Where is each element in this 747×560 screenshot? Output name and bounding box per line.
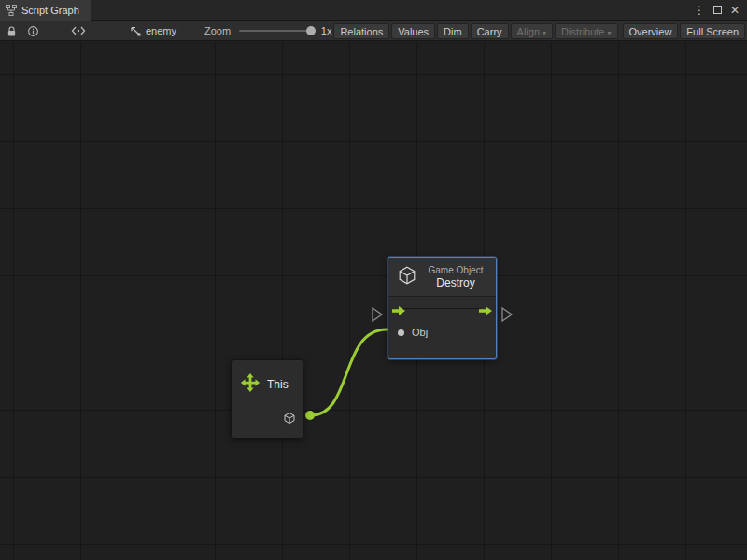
cube-icon-small [283, 412, 296, 428]
align-button: Align▾ [511, 23, 553, 39]
window-titlebar: Script Graph ⋮ ✕ [0, 0, 747, 21]
node-category: Game Object [424, 264, 487, 276]
node-this[interactable]: This [231, 359, 303, 439]
connections-overlay [0, 42, 747, 560]
close-icon[interactable]: ✕ [730, 0, 740, 21]
zoom-slider[interactable] [239, 30, 313, 32]
tab-title: Script Graph [21, 5, 79, 16]
lock-icon[interactable] [6, 25, 18, 37]
wire-this-to-obj [311, 329, 387, 415]
control-out-port-triangle[interactable] [502, 308, 512, 321]
distribute-button: Distribute▾ [555, 23, 617, 39]
node-destroy[interactable]: Game Object Destroy Obj [388, 257, 497, 359]
window-menu-icon[interactable]: ⋮ [694, 0, 705, 21]
script-graph-icon [6, 5, 17, 16]
move-arrows-icon [240, 372, 261, 397]
control-ports-row [388, 297, 496, 321]
node-title: Destroy [424, 276, 487, 290]
dim-button[interactable]: Dim [437, 23, 469, 39]
relations-button[interactable]: Relations [333, 23, 389, 39]
chevron-down-icon: ▾ [543, 29, 546, 37]
fullscreen-button[interactable]: Full Screen [680, 23, 745, 39]
breadcrumb-graph-name[interactable]: enemy [146, 25, 176, 36]
graph-reference-icon [129, 25, 141, 36]
control-in-port-triangle[interactable] [373, 308, 382, 321]
graph-canvas[interactable]: Game Object Destroy Obj [0, 42, 747, 560]
control-output-arrow-icon[interactable] [478, 303, 493, 320]
values-button[interactable]: Values [391, 23, 435, 39]
graph-toolbar: enemy Zoom 1x Relations Values Dim Carry… [0, 21, 747, 41]
chevron-down-icon: ▾ [608, 29, 612, 37]
tab-script-graph[interactable]: Script Graph [0, 0, 91, 21]
zoom-slider-handle[interactable] [306, 26, 316, 35]
info-icon[interactable] [27, 25, 39, 37]
overview-button[interactable]: Overview [623, 23, 679, 39]
zoom-label: Zoom [204, 25, 231, 36]
obj-input-port[interactable] [398, 329, 404, 336]
this-output-port[interactable] [305, 411, 315, 420]
code-view-icon[interactable] [71, 25, 86, 36]
divider [403, 308, 481, 309]
maximize-icon[interactable] [713, 6, 722, 14]
this-node-title: This [267, 378, 289, 391]
destroy-node-header: Game Object Destroy [388, 258, 496, 297]
carry-button[interactable]: Carry [471, 23, 509, 39]
cube-icon [397, 265, 417, 289]
obj-port-label: Obj [412, 327, 428, 338]
control-input-arrow-icon[interactable] [391, 303, 406, 320]
zoom-value: 1x [321, 25, 332, 36]
